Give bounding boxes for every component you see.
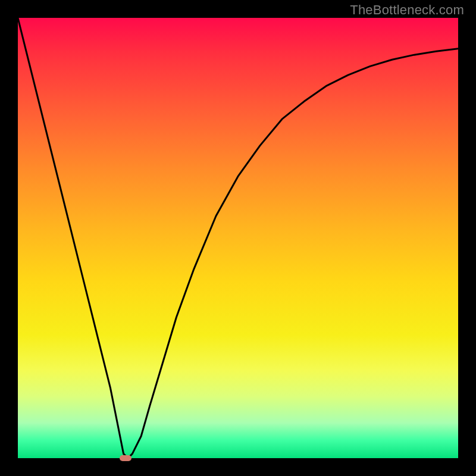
minimum-marker bbox=[120, 455, 131, 461]
bottleneck-curve bbox=[18, 18, 458, 458]
watermark-text: TheBottleneck.com bbox=[350, 2, 464, 18]
chart-frame: TheBottleneck.com bbox=[0, 0, 476, 476]
plot-area bbox=[18, 18, 458, 458]
